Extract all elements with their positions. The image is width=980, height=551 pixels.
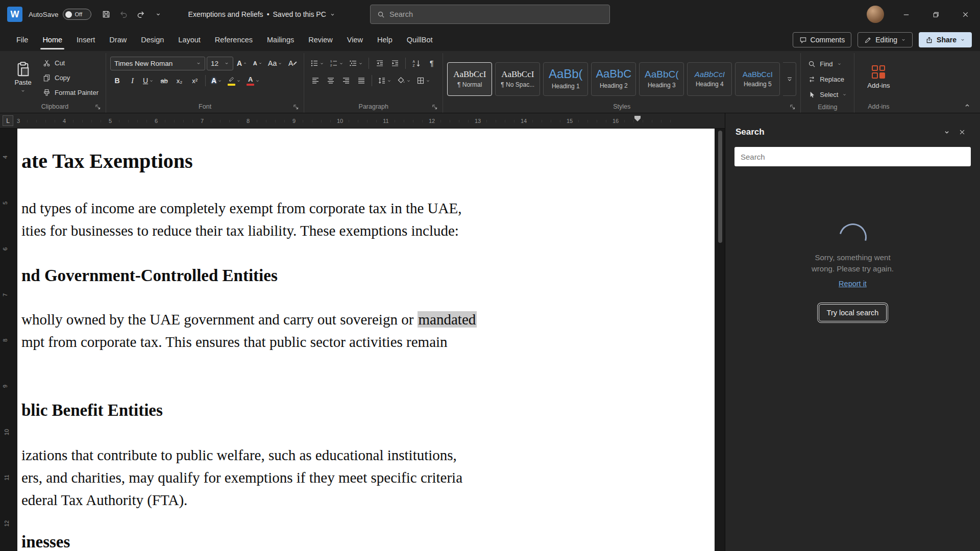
- share-button[interactable]: Share: [919, 32, 972, 47]
- doc-heading-2: nd Government-Controlled Entities: [21, 265, 278, 286]
- editing-mode-dropdown[interactable]: Editing: [857, 32, 913, 47]
- menu-tab-review[interactable]: Review: [301, 29, 340, 51]
- separator: [205, 75, 206, 86]
- save-button[interactable]: [97, 6, 115, 23]
- customize-quick-access-button[interactable]: [150, 6, 167, 23]
- style-heading-1[interactable]: AaBb(Heading 1: [543, 62, 588, 96]
- format-painter-button[interactable]: Format Painter: [40, 86, 102, 99]
- menu-tab-help[interactable]: Help: [370, 29, 400, 51]
- multilevel-list-button[interactable]: [347, 56, 365, 70]
- document-title[interactable]: Exemptions and Reliefs • Saved to this P…: [188, 10, 335, 18]
- collapse-ribbon-button[interactable]: [961, 101, 974, 111]
- pane-collapse-button[interactable]: [939, 124, 954, 140]
- redo-icon: [136, 10, 145, 19]
- find-button[interactable]: Find: [805, 57, 850, 70]
- bold-button[interactable]: B: [110, 73, 124, 88]
- maximize-button[interactable]: [921, 0, 950, 29]
- menu-tab-layout[interactable]: Layout: [171, 29, 208, 51]
- chevron-down-icon: [258, 61, 262, 65]
- copy-button[interactable]: Copy: [40, 71, 102, 84]
- menu-tab-design[interactable]: Design: [134, 29, 171, 51]
- undo-button[interactable]: [115, 6, 132, 23]
- paragraph-dialog-launcher[interactable]: [431, 104, 438, 111]
- menu-tab-mailings[interactable]: Mailings: [260, 29, 301, 51]
- shading-button[interactable]: [395, 73, 413, 88]
- titlebar-search-input[interactable]: [389, 10, 603, 18]
- line-spacing-button[interactable]: [376, 73, 394, 88]
- pane-header: Search: [725, 113, 980, 140]
- menu-tab-quillbot[interactable]: QuillBot: [400, 29, 440, 51]
- minimize-button[interactable]: [891, 0, 921, 29]
- indent-marker[interactable]: [634, 116, 641, 121]
- menu-tab-home[interactable]: Home: [35, 29, 69, 51]
- font-family-select[interactable]: Times New Roman: [110, 57, 205, 70]
- italic-button[interactable]: I: [126, 73, 139, 88]
- pane-search-input[interactable]: [734, 147, 971, 166]
- increase-indent-button[interactable]: [388, 56, 402, 70]
- styles-dialog-launcher[interactable]: [789, 104, 796, 111]
- scrollbar-thumb[interactable]: [718, 131, 722, 243]
- justify-button[interactable]: [354, 73, 368, 88]
- style-no-spacing[interactable]: AaBbCcI¶ No Spac...: [495, 62, 540, 96]
- clipboard-dialog-launcher[interactable]: [94, 104, 102, 111]
- shrink-font-button[interactable]: A: [251, 56, 264, 70]
- word-logo-icon[interactable]: W: [7, 7, 22, 22]
- pane-search-box[interactable]: [725, 140, 980, 166]
- paste-button[interactable]: Paste: [8, 54, 38, 100]
- menu-tab-view[interactable]: View: [340, 29, 370, 51]
- avatar[interactable]: [867, 6, 884, 23]
- menu-tab-file[interactable]: File: [9, 29, 35, 51]
- align-left-button[interactable]: [308, 73, 322, 88]
- font-size-select[interactable]: 12: [207, 57, 233, 70]
- text-highlight-button[interactable]: [226, 73, 243, 88]
- autosave-control[interactable]: AutoSave Off: [29, 9, 91, 20]
- change-case-button[interactable]: Aa: [266, 56, 284, 70]
- align-right-button[interactable]: [339, 73, 353, 88]
- select-button[interactable]: Select: [805, 88, 850, 101]
- tab-selector[interactable]: L: [3, 115, 13, 126]
- numbering-button[interactable]: [328, 56, 346, 70]
- menu-tab-draw[interactable]: Draw: [102, 29, 134, 51]
- pane-close-button[interactable]: [954, 124, 970, 140]
- style-heading-4[interactable]: AaBbCcIHeading 4: [687, 62, 732, 96]
- align-center-button[interactable]: [324, 73, 337, 88]
- redo-button[interactable]: [132, 6, 150, 23]
- subscript-button[interactable]: x₂: [173, 73, 186, 88]
- style-heading-5[interactable]: AaBbCcIHeading 5: [735, 62, 780, 96]
- decrease-indent-button[interactable]: [373, 56, 386, 70]
- font-dialog-launcher[interactable]: [292, 104, 300, 111]
- autosave-toggle[interactable]: Off: [63, 9, 91, 20]
- cut-button[interactable]: Cut: [40, 56, 102, 69]
- superscript-button[interactable]: x²: [188, 73, 202, 88]
- show-hide-marks-button[interactable]: ¶: [425, 56, 438, 70]
- font-color-button[interactable]: A: [244, 73, 262, 88]
- grow-font-button[interactable]: A: [235, 56, 249, 70]
- ruler-number: 10: [335, 118, 345, 124]
- style-heading-3[interactable]: AaBbC(Heading 3: [639, 62, 684, 96]
- styles-gallery-more-button[interactable]: [783, 62, 796, 96]
- pilcrow-icon: ¶: [430, 59, 434, 67]
- add-ins-button[interactable]: Add-ins: [859, 54, 898, 100]
- report-it-link[interactable]: Report it: [725, 280, 980, 288]
- try-local-search-button[interactable]: Try local search: [819, 304, 887, 321]
- replace-button[interactable]: Replace: [805, 72, 850, 86]
- bullets-button[interactable]: [308, 56, 326, 70]
- menu-tab-references[interactable]: References: [208, 29, 260, 51]
- close-button[interactable]: [950, 0, 980, 29]
- borders-button[interactable]: [414, 73, 432, 88]
- chevron-down-icon: [330, 12, 335, 17]
- clear-formatting-button[interactable]: A: [286, 56, 300, 70]
- comments-button[interactable]: Comments: [793, 32, 852, 47]
- sort-button[interactable]: [409, 56, 423, 70]
- underline-button[interactable]: U: [141, 73, 156, 88]
- horizontal-ruler[interactable]: L 3 4 5 6 7 8 9 10 11 12 13 14 15 16: [0, 113, 725, 129]
- vertical-scrollbar[interactable]: [717, 129, 724, 551]
- style-heading-2[interactable]: AaBbCHeading 2: [591, 62, 636, 96]
- format-painter-icon: [43, 89, 51, 96]
- titlebar-search-box[interactable]: [370, 5, 610, 24]
- strikethrough-button[interactable]: ab: [157, 73, 171, 88]
- text-effects-button[interactable]: A: [209, 73, 224, 88]
- style-normal[interactable]: AaBbCcI¶ Normal: [447, 62, 492, 96]
- document-page[interactable]: ate Tax Exemptions nd types of income ar…: [17, 129, 715, 551]
- menu-tab-insert[interactable]: Insert: [69, 29, 102, 51]
